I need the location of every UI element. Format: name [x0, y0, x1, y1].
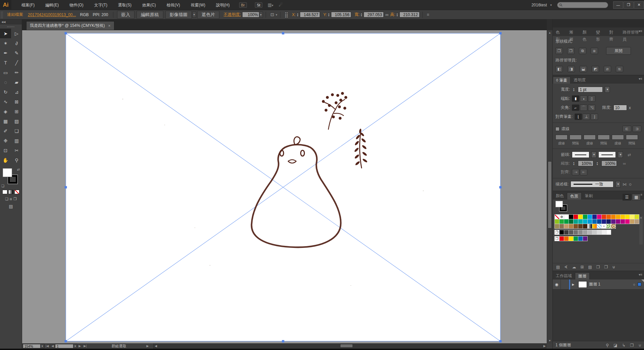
toolbar-collapse-icon[interactable]: ◀◀	[0, 19, 22, 25]
swatch-panel-icon[interactable]: ▤	[556, 265, 560, 269]
swatch[interactable]: ⊕	[559, 215, 564, 219]
shape-mode-button[interactable]: ❒	[555, 48, 563, 54]
swatch[interactable]	[555, 219, 559, 224]
swatch[interactable]	[574, 224, 578, 228]
toolbar-tool[interactable]: ➤	[0, 29, 11, 38]
layer-target-icon[interactable]: ○	[633, 282, 635, 287]
toolbar-tool[interactable]: ∿	[0, 97, 11, 106]
panel-menu-icon[interactable]: ▾≡	[639, 29, 642, 33]
toolbar-tool[interactable]: ⊞	[11, 106, 22, 116]
swatch[interactable]	[597, 219, 601, 224]
swatch[interactable]	[578, 219, 583, 224]
toolbar-tool[interactable]: ▰	[11, 77, 22, 87]
layer-selection-indicator[interactable]	[638, 282, 641, 286]
arrowhead-end-dropdown[interactable]	[598, 151, 616, 158]
cap-button[interactable]: ▯	[588, 95, 595, 102]
swatch-panel-icon[interactable]: ∢	[564, 265, 568, 269]
swatch[interactable]	[621, 219, 625, 224]
cap-button[interactable]: ◖	[580, 95, 587, 102]
new-sublayer-icon[interactable]: ↳	[622, 343, 625, 348]
arrow-scale-field-1[interactable]: 100%	[578, 161, 593, 166]
stroke-width-stepper[interactable]: ▲▼	[572, 87, 576, 92]
style-icon[interactable]: ⊡	[270, 12, 274, 17]
swatch[interactable]	[611, 215, 615, 219]
toolbar-tool[interactable]: T	[0, 58, 11, 68]
dash-gap-field[interactable]	[570, 135, 582, 140]
swatch[interactable]	[602, 224, 606, 228]
pathfinder-button[interactable]: ◨	[568, 66, 575, 72]
status-flyout-icon[interactable]: ▶	[146, 344, 149, 348]
embed-button[interactable]: 嵌入	[117, 11, 135, 19]
panel-menu-icon[interactable]: ▾≡	[639, 77, 642, 81]
dash-gap-field[interactable]	[598, 135, 610, 140]
swatch-panel-icon[interactable]: ⊎	[612, 265, 615, 269]
toolbar-tool[interactable]: ✐	[0, 126, 11, 136]
corner-join-button[interactable]: ⌐	[572, 104, 579, 111]
toolbar-tool[interactable]: ⊠	[11, 97, 22, 106]
zoom-dropdown-icon[interactable]: ▾	[40, 344, 44, 349]
last-artboard-icon[interactable]: ▶|	[84, 344, 87, 348]
tab-layers[interactable]: 圖層	[575, 272, 590, 279]
swatch[interactable]	[616, 215, 620, 219]
swatch-fill-stroke-indicator[interactable]	[555, 201, 569, 213]
swatch[interactable]	[588, 215, 592, 219]
tab-brushes[interactable]: 筆刷	[582, 192, 596, 200]
swatch[interactable]	[606, 219, 611, 224]
draw-mode-icon[interactable]: ⧈	[10, 197, 12, 201]
first-artboard-icon[interactable]: |◀	[46, 344, 49, 348]
corner-join-button[interactable]: ⌒	[580, 104, 587, 111]
link-dimensions-icon[interactable]: ∞	[385, 12, 388, 17]
swatch-panel-icon[interactable]: ☁	[572, 265, 576, 269]
swatch-scrollbar[interactable]: ▲	[639, 216, 643, 245]
vertical-scroll-thumb[interactable]	[548, 161, 552, 228]
swatch[interactable]	[559, 230, 564, 234]
workspace-switcher[interactable]: 2016test	[531, 3, 547, 7]
mask-button[interactable]: 遮色片	[197, 11, 219, 19]
tab-transparency[interactable]: 透明度	[571, 77, 589, 84]
arrow-align-button[interactable]: ⇤	[580, 169, 587, 175]
expand-button[interactable]: 展開	[606, 47, 631, 55]
dash-gap-field[interactable]	[612, 135, 624, 140]
next-artboard-icon[interactable]: ▶	[78, 344, 81, 348]
swatch[interactable]	[606, 230, 611, 234]
zoom-level-field[interactable]: 154%	[23, 344, 41, 348]
swatch[interactable]	[635, 215, 639, 219]
color-mode-chip[interactable]	[2, 190, 7, 194]
stroke-width-field[interactable]: 1 pt	[578, 87, 603, 92]
menu-item[interactable]: 物件(O)	[65, 0, 88, 10]
document-close-icon[interactable]: ×	[108, 24, 111, 28]
swatch[interactable]	[592, 224, 597, 228]
gradient-mode-chip[interactable]	[8, 190, 13, 194]
default-colors-icon[interactable]: ❏	[1, 184, 4, 188]
layer-name[interactable]: 圖層 1	[589, 281, 600, 287]
panel-grip[interactable]	[1, 11, 3, 18]
toolbar-tool[interactable]: ∂	[11, 38, 22, 48]
swatch[interactable]	[611, 224, 615, 228]
height-stepper[interactable]: ▲▼	[395, 12, 399, 17]
link-arrow-scale-icon[interactable]: ∞	[623, 161, 626, 166]
swatch[interactable]	[583, 219, 587, 224]
toolbar-tool[interactable]: ⚲	[11, 155, 22, 165]
swatch[interactable]	[564, 236, 569, 241]
menu-item[interactable]: 視窗(W)	[186, 0, 210, 10]
swatch-panel-icon[interactable]: ❒	[596, 265, 600, 269]
opacity-field[interactable]: 100%	[242, 12, 260, 17]
menu-item[interactable]: 檢視(V)	[162, 0, 185, 10]
toolbar-tool[interactable]: ▦	[0, 116, 11, 126]
pathfinder-button[interactable]: ⬓	[580, 66, 587, 72]
swap-arrowheads-icon[interactable]: ⇄	[628, 152, 631, 157]
screen-mode-icon[interactable]: ▤	[0, 204, 22, 209]
delete-layer-icon[interactable]: ⊎	[638, 343, 641, 348]
toolbar-tool[interactable]: ✏	[11, 68, 22, 77]
close-button[interactable]: ✕	[634, 1, 644, 9]
layer-lock-cell[interactable]	[561, 279, 569, 290]
layer-row[interactable]: ◉ ▶ 圖層 1 ○	[553, 279, 644, 290]
align-stroke-button[interactable]: ⌊	[575, 114, 582, 120]
flip-along-icon[interactable]: ⋈	[623, 182, 627, 187]
swatch[interactable]	[621, 215, 625, 219]
tab-swatches[interactable]: 色票	[567, 192, 582, 200]
layer-disclosure-icon[interactable]: ▶	[570, 279, 576, 290]
swatch[interactable]	[559, 224, 564, 228]
toolbar-tool[interactable]: ⊿	[11, 87, 22, 97]
list-view-icon[interactable]: ☰	[623, 194, 631, 201]
